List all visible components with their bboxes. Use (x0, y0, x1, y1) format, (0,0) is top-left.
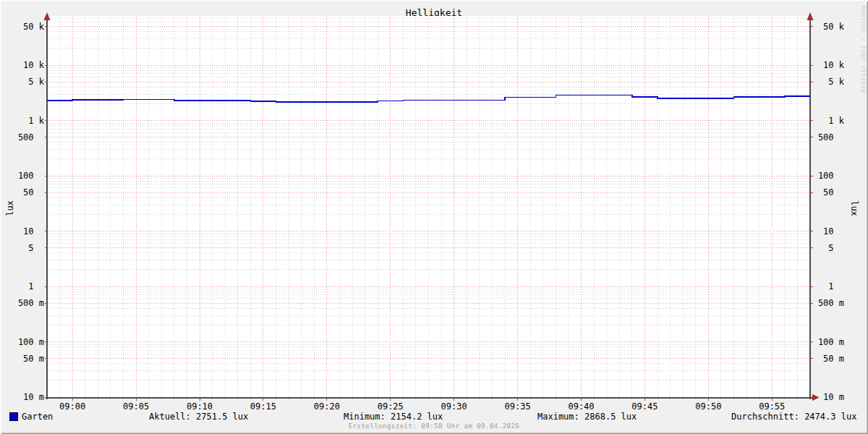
stat-current: Aktuell: 2751.5 lux (149, 412, 248, 422)
x-axis-label: 09:30 (436, 401, 472, 412)
y-axis-label-left: 50 k (0, 21, 44, 33)
y-axis-label-right: 500 m (814, 297, 844, 309)
y-axis-label-right: 100 (814, 170, 844, 182)
x-axis-label: 09:15 (245, 401, 281, 412)
y-axis-label-left: 100 (0, 170, 44, 182)
y-axis-unit-right: lux (846, 197, 863, 219)
x-axis-label: 09:00 (54, 401, 90, 412)
y-axis-label-left: 10 (0, 226, 44, 237)
y-axis-label-left: 50 (0, 187, 44, 198)
y-axis-label-left: 5 k (0, 76, 44, 88)
x-axis-label: 09:50 (690, 401, 726, 412)
y-axis-label-right: 50 m (814, 353, 844, 365)
y-axis-label-right: 5 (814, 242, 844, 254)
y-axis-label-left: 10 m (0, 391, 44, 403)
stat-maximum: Maximum: 2868.5 lux (537, 412, 637, 422)
x-axis-label: 09:40 (563, 401, 600, 412)
stat-average: Durchschnitt: 2474.3 lux (731, 412, 856, 422)
y-axis-label-right: 10 m (814, 391, 844, 403)
chart-plot (0, 0, 868, 434)
rrdtool-watermark: RRDTOOL / TOBI OETIKER (860, 6, 867, 93)
y-axis-label-left: 100 m (0, 336, 44, 348)
creation-time-comment: Erstellungszeit: 09:58 Uhr am 09.04.2026 (0, 422, 868, 430)
y-axis-label-left: 1 (0, 281, 44, 292)
x-axis-label: 09:25 (373, 401, 409, 412)
y-axis-label-left: 500 (0, 132, 44, 143)
y-axis-unit-left: lux (1, 197, 19, 219)
y-axis-label-left: 10 k (0, 59, 44, 71)
y-axis-label-left: 500 m (0, 297, 44, 309)
y-axis-label-right: 1 (814, 281, 844, 292)
y-axis-label-right: 50 (814, 187, 844, 198)
y-axis-label-right: 50 k (814, 21, 844, 33)
y-axis-label-right: 5 k (814, 76, 844, 88)
y-axis-label-right: 1 k (814, 115, 844, 127)
series-color-swatch (9, 412, 18, 421)
x-axis-label: 09:10 (182, 401, 218, 412)
y-axis-label-left: 50 m (0, 353, 44, 365)
x-axis-label: 09:20 (309, 401, 345, 412)
x-axis-label: 09:35 (500, 401, 536, 412)
y-axis-label-right: 500 (814, 132, 844, 143)
y-axis-label-left: 5 (0, 242, 44, 254)
y-axis-label-right: 10 (814, 226, 844, 237)
y-axis-label-right: 10 k (814, 59, 844, 71)
stat-minimum: Minimum: 2154.2 lux (344, 412, 443, 422)
x-axis-label: 09:05 (118, 401, 154, 412)
x-axis-label: 09:45 (626, 401, 663, 412)
series-name-label: Garten (22, 412, 53, 422)
y-axis-label-left: 1 k (0, 115, 44, 127)
y-axis-label-right: 100 m (814, 336, 844, 348)
legend-row: Garten Aktuell: 2751.5 lux Minimum: 2154… (0, 412, 868, 422)
x-axis-label: 09:55 (754, 401, 790, 412)
